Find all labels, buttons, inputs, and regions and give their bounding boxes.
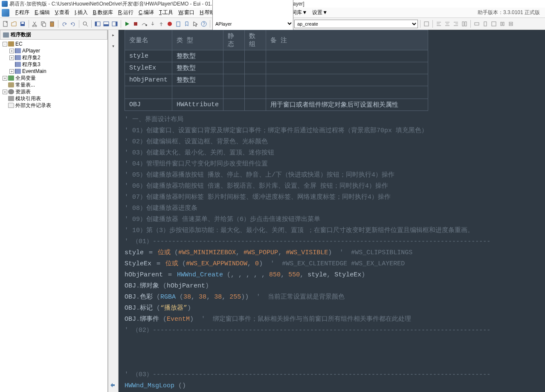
menu-item[interactable]: F.程序 [13, 8, 32, 17]
tree-expand-icon[interactable]: + [3, 76, 7, 81]
panel-bottom-icon[interactable] [102, 20, 110, 28]
size4-icon[interactable] [499, 20, 506, 28]
table-row[interactable]: OBJHWAttribute用于窗口或者组件绑定对象后可设置相关属性 [125, 99, 428, 111]
tree-item-label: 资源表 [15, 88, 31, 96]
tree-item-label: EventMain [22, 68, 46, 74]
paste-icon[interactable] [48, 20, 56, 28]
panel-left-icon[interactable] [94, 20, 101, 28]
code-editor[interactable]: ▸ ▾ 变量名 类 型 静态 数组 备 注 style整数型StyleEx整数型… [108, 30, 545, 392]
align2-icon[interactable] [444, 20, 451, 28]
cut-icon[interactable] [31, 20, 39, 28]
size2-icon[interactable] [481, 20, 489, 28]
tree-item[interactable]: -EC [0, 41, 107, 47]
svg-rect-34 [465, 22, 467, 26]
book2-icon [8, 75, 14, 81]
size5-icon[interactable] [507, 20, 515, 28]
svg-rect-36 [484, 22, 487, 26]
version-label: 助手版本：3.3.0101 正式版 [478, 9, 543, 16]
menu-item[interactable]: V.查看 [52, 8, 72, 17]
step-into-icon[interactable] [149, 20, 157, 28]
svg-rect-20 [177, 22, 180, 26]
menu-item[interactable]: R.运行 [116, 8, 136, 17]
align3-icon[interactable] [452, 20, 460, 28]
svg-rect-33 [462, 22, 464, 26]
run-icon[interactable] [123, 20, 131, 28]
bookmark1-icon[interactable] [174, 20, 182, 28]
menubar-logo-icon [2, 9, 9, 17]
code-block[interactable]: ' 一、界面设计布局 ' 01）创建窗口、设置窗口背景及绑定窗口事件；绑定事件后… [125, 114, 539, 392]
cursor-icon[interactable] [191, 20, 199, 28]
tree-header: 程序数据 [0, 30, 107, 40]
tree-expand-icon[interactable]: - [3, 42, 7, 46]
menu-item[interactable]: B.数据库 [90, 8, 116, 17]
step-out-icon[interactable] [157, 20, 165, 28]
tree-item[interactable]: 程序集3 [0, 61, 107, 68]
gutter-expand-icon[interactable]: ▾ [110, 43, 117, 49]
variable-table[interactable]: 变量名 类 型 静态 数组 备 注 style整数型StyleEx整数型hObj… [125, 30, 428, 111]
table-row[interactable]: style整数型 [125, 50, 428, 62]
align1-icon[interactable] [435, 20, 443, 28]
help-icon[interactable]: ? [200, 20, 208, 28]
table-row[interactable]: StyleEx整数型 [125, 62, 428, 74]
size1-icon[interactable] [473, 20, 481, 28]
db-icon [8, 82, 14, 87]
tree-item[interactable]: 模块引用表 [0, 95, 107, 102]
new-file-icon[interactable] [2, 20, 9, 28]
tree-expand-icon[interactable]: + [9, 49, 14, 53]
menu-item[interactable]: C.编译 [136, 8, 157, 17]
method-selector[interactable]: ap_create [294, 20, 418, 28]
svg-rect-2 [21, 22, 24, 24]
svg-text:?: ? [203, 22, 205, 26]
svg-rect-23 [424, 22, 429, 26]
svg-rect-17 [134, 22, 137, 26]
tree-item[interactable]: 外部文件记录表 [0, 102, 107, 109]
svg-rect-12 [95, 22, 97, 26]
align4-icon[interactable] [461, 20, 468, 28]
tree-expand-icon[interactable]: + [9, 55, 14, 60]
book-icon [8, 41, 14, 46]
breakpoint-icon[interactable] [166, 20, 174, 28]
tree-expand-icon[interactable]: + [9, 69, 14, 74]
tree-item-label: 外部文件记录表 [15, 102, 51, 109]
undo-icon[interactable] [61, 20, 68, 28]
menu-extra-item[interactable]: 设置▼ [310, 8, 330, 17]
copy-icon[interactable] [40, 20, 47, 28]
table-row[interactable]: hObjParent整数型 [125, 74, 428, 86]
svg-rect-41 [509, 24, 513, 26]
table-row[interactable] [125, 86, 428, 99]
gutter-nav-icon[interactable] [109, 382, 116, 389]
redo-icon[interactable] [69, 20, 77, 28]
svg-point-19 [168, 22, 172, 26]
tree-item-label: 程序集2 [22, 54, 41, 61]
save-icon[interactable] [19, 20, 26, 28]
doc-icon [8, 103, 14, 108]
menu-item[interactable]: I.插入 [72, 8, 90, 17]
tree-item-label: 模块引用表 [15, 95, 41, 102]
gutter-collapse-icon[interactable]: ▸ [110, 32, 117, 38]
tree-expand-icon[interactable]: + [3, 90, 7, 94]
stop-icon[interactable] [132, 20, 139, 28]
form-designer-icon[interactable] [423, 20, 430, 28]
step-over-icon[interactable] [140, 20, 148, 28]
tree-item[interactable]: +资源表 [0, 88, 107, 95]
menu-item[interactable]: E.编辑 [32, 8, 52, 17]
file-icon [15, 62, 21, 67]
tree-item[interactable]: +EventMain [0, 68, 107, 75]
file-icon [15, 55, 21, 60]
editor-gutter: ▸ ▾ [108, 30, 119, 392]
find-icon[interactable] [81, 20, 89, 28]
tree-item[interactable]: 常量表... [0, 81, 107, 88]
th-array: 数组 [245, 30, 266, 50]
size3-icon[interactable] [490, 20, 498, 28]
panel-right-icon[interactable] [111, 20, 119, 28]
svg-rect-16 [116, 22, 117, 26]
tree-item[interactable]: +全局变量 [0, 75, 107, 81]
menu-item[interactable]: T.工具 [157, 8, 176, 17]
tree-item-label: APlayer [22, 48, 40, 54]
tree-item[interactable]: +程序集2 [0, 54, 107, 61]
menu-item[interactable]: W.窗口 [176, 8, 197, 17]
project-tree[interactable]: -EC+APlayer+程序集2程序集3+EventMain+全局变量常量表..… [0, 40, 107, 392]
bookmark2-icon[interactable] [183, 20, 191, 28]
tree-item[interactable]: +APlayer [0, 47, 107, 54]
open-file-icon[interactable] [10, 20, 18, 28]
